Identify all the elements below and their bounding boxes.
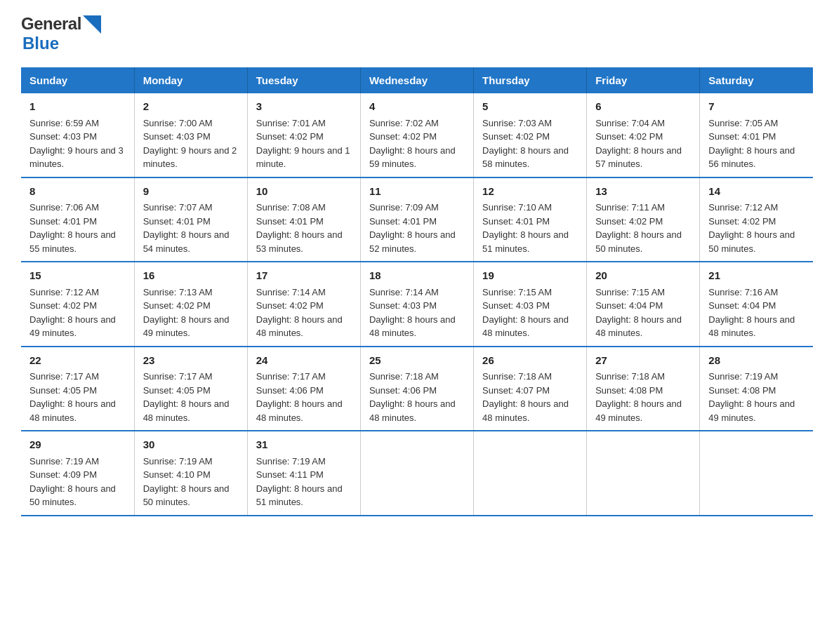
day-number: 12 xyxy=(482,184,578,200)
day-sunset: Sunset: 4:01 PM xyxy=(708,130,805,144)
day-daylight: Daylight: 8 hours and 48 minutes. xyxy=(256,397,352,424)
day-number: 30 xyxy=(143,437,239,453)
day-daylight: Daylight: 9 hours and 1 minute. xyxy=(256,144,352,171)
day-daylight: Daylight: 8 hours and 48 minutes. xyxy=(482,313,578,340)
svg-marker-0 xyxy=(83,15,101,34)
day-daylight: Daylight: 8 hours and 48 minutes. xyxy=(256,313,352,340)
day-sunset: Sunset: 4:02 PM xyxy=(595,215,691,229)
calendar-cell xyxy=(700,431,813,516)
day-daylight: Daylight: 8 hours and 59 minutes. xyxy=(369,144,465,171)
day-sunrise: Sunrise: 7:14 AM xyxy=(369,286,465,300)
header-saturday: Saturday xyxy=(700,67,813,93)
calendar-week-row: 1 Sunrise: 6:59 AM Sunset: 4:03 PM Dayli… xyxy=(21,93,813,177)
day-sunset: Sunset: 4:10 PM xyxy=(143,468,239,482)
calendar-cell: 29 Sunrise: 7:19 AM Sunset: 4:09 PM Dayl… xyxy=(21,431,134,516)
logo-blue-text: Blue xyxy=(22,34,59,53)
calendar-cell: 25 Sunrise: 7:18 AM Sunset: 4:06 PM Dayl… xyxy=(360,347,473,431)
day-sunset: Sunset: 4:06 PM xyxy=(369,384,465,398)
day-sunset: Sunset: 4:03 PM xyxy=(29,130,126,144)
day-number: 24 xyxy=(256,353,352,369)
day-number: 23 xyxy=(143,353,239,369)
day-sunset: Sunset: 4:01 PM xyxy=(29,215,126,229)
day-number: 6 xyxy=(595,99,691,115)
calendar-cell: 15 Sunrise: 7:12 AM Sunset: 4:02 PM Dayl… xyxy=(21,262,134,347)
day-number: 18 xyxy=(369,268,465,284)
calendar-cell: 8 Sunrise: 7:06 AM Sunset: 4:01 PM Dayli… xyxy=(21,177,134,262)
day-daylight: Daylight: 8 hours and 48 minutes. xyxy=(369,313,465,340)
day-daylight: Daylight: 8 hours and 50 minutes. xyxy=(708,228,805,255)
day-sunrise: Sunrise: 7:18 AM xyxy=(482,370,578,384)
day-sunrise: Sunrise: 7:05 AM xyxy=(708,116,805,130)
day-daylight: Daylight: 8 hours and 51 minutes. xyxy=(482,228,578,255)
day-sunrise: Sunrise: 7:17 AM xyxy=(256,370,352,384)
day-daylight: Daylight: 8 hours and 48 minutes. xyxy=(29,397,126,424)
calendar-cell: 12 Sunrise: 7:10 AM Sunset: 4:01 PM Dayl… xyxy=(474,177,587,262)
calendar-week-row: 22 Sunrise: 7:17 AM Sunset: 4:05 PM Dayl… xyxy=(21,347,813,431)
logo-general-text: General xyxy=(21,14,81,34)
day-daylight: Daylight: 9 hours and 3 minutes. xyxy=(29,144,126,171)
calendar-cell xyxy=(587,431,700,516)
calendar-cell: 28 Sunrise: 7:19 AM Sunset: 4:08 PM Dayl… xyxy=(700,347,813,431)
day-daylight: Daylight: 8 hours and 52 minutes. xyxy=(369,228,465,255)
calendar-cell: 24 Sunrise: 7:17 AM Sunset: 4:06 PM Dayl… xyxy=(247,347,360,431)
page-header: General Blue xyxy=(21,14,813,53)
day-sunrise: Sunrise: 7:19 AM xyxy=(708,370,805,384)
calendar-cell: 11 Sunrise: 7:09 AM Sunset: 4:01 PM Dayl… xyxy=(360,177,473,262)
day-number: 31 xyxy=(256,437,352,453)
day-number: 3 xyxy=(256,99,352,115)
day-daylight: Daylight: 8 hours and 57 minutes. xyxy=(595,144,691,171)
day-number: 19 xyxy=(482,268,578,284)
calendar-cell: 26 Sunrise: 7:18 AM Sunset: 4:07 PM Dayl… xyxy=(474,347,587,431)
day-daylight: Daylight: 8 hours and 48 minutes. xyxy=(482,397,578,424)
calendar-cell: 21 Sunrise: 7:16 AM Sunset: 4:04 PM Dayl… xyxy=(700,262,813,347)
day-number: 28 xyxy=(708,353,805,369)
day-sunrise: Sunrise: 7:11 AM xyxy=(595,201,691,215)
day-sunrise: Sunrise: 7:00 AM xyxy=(143,116,239,130)
day-daylight: Daylight: 8 hours and 49 minutes. xyxy=(708,397,805,424)
day-sunrise: Sunrise: 7:19 AM xyxy=(143,455,239,469)
day-sunrise: Sunrise: 7:08 AM xyxy=(256,201,352,215)
day-sunset: Sunset: 4:08 PM xyxy=(595,384,691,398)
day-number: 11 xyxy=(369,184,465,200)
day-sunrise: Sunrise: 7:15 AM xyxy=(595,286,691,300)
day-sunset: Sunset: 4:07 PM xyxy=(482,384,578,398)
day-number: 1 xyxy=(29,99,126,115)
day-number: 25 xyxy=(369,353,465,369)
calendar-cell: 13 Sunrise: 7:11 AM Sunset: 4:02 PM Dayl… xyxy=(587,177,700,262)
day-sunset: Sunset: 4:02 PM xyxy=(708,215,805,229)
day-number: 13 xyxy=(595,184,691,200)
day-sunrise: Sunrise: 7:18 AM xyxy=(369,370,465,384)
day-sunrise: Sunrise: 7:17 AM xyxy=(143,370,239,384)
day-sunset: Sunset: 4:01 PM xyxy=(369,215,465,229)
day-sunrise: Sunrise: 7:18 AM xyxy=(595,370,691,384)
day-number: 17 xyxy=(256,268,352,284)
header-tuesday: Tuesday xyxy=(247,67,360,93)
day-number: 27 xyxy=(595,353,691,369)
day-sunrise: Sunrise: 7:12 AM xyxy=(29,286,126,300)
day-number: 14 xyxy=(708,184,805,200)
calendar-cell: 27 Sunrise: 7:18 AM Sunset: 4:08 PM Dayl… xyxy=(587,347,700,431)
calendar-cell: 6 Sunrise: 7:04 AM Sunset: 4:02 PM Dayli… xyxy=(587,93,700,177)
day-sunset: Sunset: 4:02 PM xyxy=(369,130,465,144)
header-friday: Friday xyxy=(587,67,700,93)
calendar-cell: 14 Sunrise: 7:12 AM Sunset: 4:02 PM Dayl… xyxy=(700,177,813,262)
day-sunrise: Sunrise: 7:07 AM xyxy=(143,201,239,215)
day-daylight: Daylight: 8 hours and 48 minutes. xyxy=(708,313,805,340)
day-daylight: Daylight: 8 hours and 48 minutes. xyxy=(369,397,465,424)
logo: General Blue xyxy=(21,14,101,53)
day-sunrise: Sunrise: 7:01 AM xyxy=(256,116,352,130)
day-sunset: Sunset: 4:02 PM xyxy=(482,130,578,144)
day-sunrise: Sunrise: 7:14 AM xyxy=(256,286,352,300)
day-daylight: Daylight: 8 hours and 49 minutes. xyxy=(29,313,126,340)
day-sunset: Sunset: 4:05 PM xyxy=(143,384,239,398)
day-sunrise: Sunrise: 7:19 AM xyxy=(256,455,352,469)
calendar-cell: 31 Sunrise: 7:19 AM Sunset: 4:11 PM Dayl… xyxy=(247,431,360,516)
calendar-cell: 30 Sunrise: 7:19 AM Sunset: 4:10 PM Dayl… xyxy=(134,431,247,516)
day-number: 16 xyxy=(143,268,239,284)
calendar-cell: 4 Sunrise: 7:02 AM Sunset: 4:02 PM Dayli… xyxy=(360,93,473,177)
day-sunset: Sunset: 4:02 PM xyxy=(256,130,352,144)
calendar-week-row: 29 Sunrise: 7:19 AM Sunset: 4:09 PM Dayl… xyxy=(21,431,813,516)
day-number: 10 xyxy=(256,184,352,200)
day-sunset: Sunset: 4:02 PM xyxy=(143,299,239,313)
day-daylight: Daylight: 8 hours and 50 minutes. xyxy=(595,228,691,255)
